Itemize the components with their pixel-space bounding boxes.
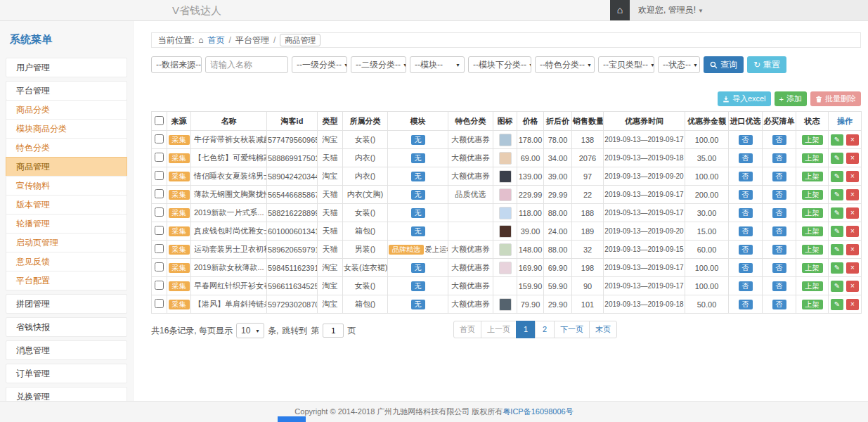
sidebar-item-module-goods-category[interactable]: 模块商品分类 [6, 119, 127, 139]
sidebar-item-exchange[interactable]: 兑换管理 [6, 387, 127, 401]
sidebar-item-platform-config[interactable]: 平台配置 [6, 271, 127, 290]
must-buy-badge[interactable]: 否 [772, 190, 786, 200]
sidebar-item-users[interactable]: 用户管理 [6, 58, 127, 77]
must-buy-badge[interactable]: 否 [772, 226, 786, 236]
delete-button[interactable]: × [846, 299, 859, 310]
module-select[interactable]: --模块--▼ [410, 56, 465, 73]
jump-page-input[interactable] [323, 324, 344, 338]
must-buy-badge[interactable]: 否 [772, 281, 786, 291]
edit-button[interactable]: ✎ [831, 207, 843, 219]
imported-badge[interactable]: 否 [739, 208, 753, 218]
must-buy-badge[interactable]: 否 [772, 245, 786, 255]
user-menu[interactable]: 欢迎您, 管理员!▼ [638, 0, 704, 21]
edit-button[interactable]: ✎ [831, 134, 843, 146]
import-excel-button[interactable]: 导入excel [718, 91, 771, 106]
status-badge[interactable]: 上架 [802, 226, 823, 236]
sidebar-item-goods-management[interactable]: 商品管理 [6, 157, 127, 177]
status-badge[interactable]: 上架 [802, 153, 823, 163]
status-badge[interactable]: 上架 [802, 208, 823, 218]
sidebar-item-splash-page[interactable]: 启动页管理 [6, 233, 127, 252]
item-type-select[interactable]: --宝贝类型--▼ [598, 56, 654, 73]
status-badge[interactable]: 上架 [802, 190, 823, 200]
pager-page-1[interactable]: 1 [516, 321, 536, 338]
sidebar-item-version-management[interactable]: 版本管理 [6, 195, 127, 215]
sidebar-item-feature-category[interactable]: 特色分类 [6, 138, 127, 158]
pager-first-page[interactable]: 首页 [453, 321, 481, 338]
edit-button[interactable]: ✎ [831, 281, 843, 292]
row-checkbox[interactable] [155, 299, 164, 308]
reset-button[interactable]: ↻ 重置 [747, 56, 786, 73]
imported-badge[interactable]: 否 [739, 245, 753, 255]
imported-badge[interactable]: 否 [739, 153, 753, 163]
sidebar-item-message[interactable]: 消息管理 [6, 340, 127, 360]
row-checkbox[interactable] [155, 244, 164, 253]
status-badge[interactable]: 上架 [802, 263, 823, 273]
row-checkbox[interactable] [155, 134, 164, 143]
edit-button[interactable]: ✎ [831, 226, 843, 237]
status-badge[interactable]: 上架 [802, 281, 823, 291]
sidebar-item-goods-category[interactable]: 商品分类 [6, 100, 127, 120]
sidebar-item-saving-express[interactable]: 省钱快报 [6, 317, 127, 337]
pager-page-2[interactable]: 2 [535, 321, 555, 338]
data-source-select[interactable]: --数据来源--▼ [151, 56, 202, 73]
search-button[interactable]: 查询 [704, 56, 744, 73]
pager-last-page[interactable]: 末页 [589, 321, 617, 338]
pager-prev-page[interactable]: 上一页 [481, 321, 517, 338]
delete-button[interactable]: × [846, 171, 859, 182]
imported-badge[interactable]: 否 [739, 300, 753, 309]
imported-badge[interactable]: 否 [739, 135, 753, 145]
delete-button[interactable]: × [846, 189, 859, 200]
row-checkbox[interactable] [155, 189, 164, 198]
delete-button[interactable]: × [846, 134, 859, 146]
must-buy-badge[interactable]: 否 [772, 208, 786, 218]
delete-button[interactable]: × [846, 262, 859, 274]
sidebar-item-groupbuy[interactable]: 拼团管理 [6, 294, 127, 314]
imported-badge[interactable]: 否 [739, 281, 753, 291]
delete-button[interactable]: × [846, 153, 859, 164]
name-search-input[interactable] [205, 56, 288, 73]
must-buy-badge[interactable]: 否 [772, 263, 786, 273]
sidebar-item-feedback[interactable]: 意见反馈 [6, 252, 127, 271]
delete-button[interactable]: × [846, 281, 859, 292]
edit-button[interactable]: ✎ [831, 189, 843, 200]
add-button[interactable]: + 添加 [775, 91, 807, 106]
row-checkbox[interactable] [155, 207, 164, 217]
level2-category-select[interactable]: --二级分类--▼ [351, 56, 406, 73]
select-all-checkbox[interactable] [155, 116, 164, 125]
edit-button[interactable]: ✎ [831, 299, 843, 310]
status-badge[interactable]: 上架 [802, 300, 823, 309]
sidebar-item-platform[interactable]: 平台管理 [6, 81, 127, 101]
must-buy-badge[interactable]: 否 [772, 172, 786, 181]
status-badge[interactable]: 上架 [802, 245, 823, 255]
imported-badge[interactable]: 否 [739, 226, 753, 236]
row-checkbox[interactable] [155, 171, 164, 180]
imported-badge[interactable]: 否 [739, 172, 753, 181]
home-button[interactable]: ⌂ [610, 0, 630, 20]
must-buy-badge[interactable]: 否 [772, 300, 786, 309]
status-select[interactable]: --状态--▼ [658, 56, 700, 73]
edit-button[interactable]: ✎ [831, 171, 843, 182]
batch-delete-button[interactable]: 批量删除 [810, 91, 861, 106]
sidebar-item-order[interactable]: 订单管理 [6, 364, 127, 383]
delete-button[interactable]: × [846, 226, 859, 237]
imported-badge[interactable]: 否 [739, 263, 753, 273]
edit-button[interactable]: ✎ [831, 262, 843, 274]
status-badge[interactable]: 上架 [802, 135, 823, 145]
icp-link[interactable]: 粤ICP备16098006号 [503, 407, 573, 416]
row-checkbox[interactable] [155, 281, 164, 290]
edit-button[interactable]: ✎ [831, 244, 843, 255]
breadcrumb-home-link[interactable]: 首页 [208, 34, 225, 46]
feature-category-select[interactable]: --特色分类--▼ [535, 56, 595, 73]
row-checkbox[interactable] [155, 262, 164, 271]
page-size-select[interactable]: 10▼ [236, 323, 264, 338]
must-buy-badge[interactable]: 否 [772, 153, 786, 163]
imported-badge[interactable]: 否 [739, 190, 753, 200]
edit-button[interactable]: ✎ [831, 153, 843, 164]
status-badge[interactable]: 上架 [802, 172, 823, 181]
sidebar-item-carousel-management[interactable]: 轮播管理 [6, 214, 127, 234]
must-buy-badge[interactable]: 否 [772, 135, 786, 145]
level1-category-select[interactable]: --一级分类--▼ [292, 56, 347, 73]
pager-next-page[interactable]: 下一页 [554, 321, 590, 338]
delete-button[interactable]: × [846, 207, 859, 219]
row-checkbox[interactable] [155, 153, 164, 162]
